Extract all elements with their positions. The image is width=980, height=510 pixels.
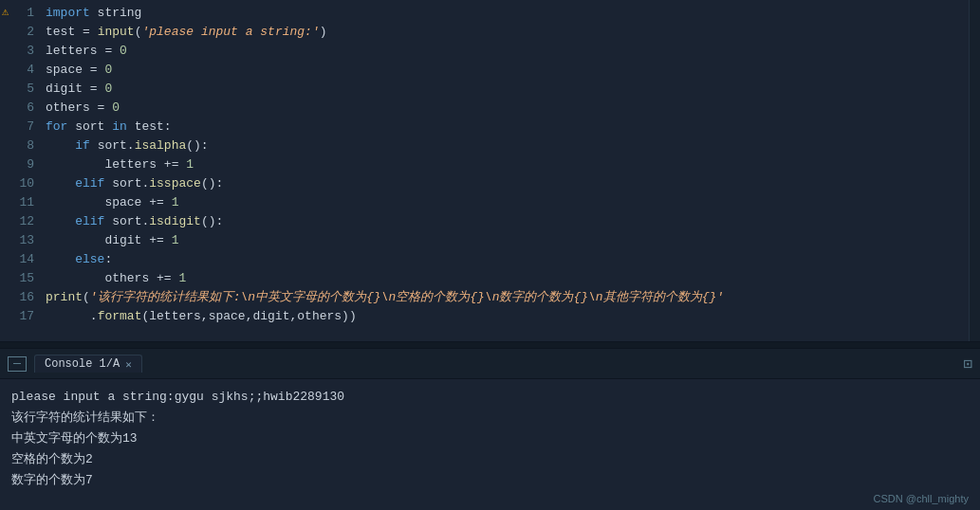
line-number: 5 bbox=[27, 80, 34, 99]
code-lines[interactable]: import stringtest = input('please input … bbox=[46, 0, 969, 341]
line-number: 9 bbox=[27, 155, 34, 174]
tab-close-button[interactable]: ✕ bbox=[125, 358, 132, 371]
code-line: space = 0 bbox=[46, 61, 969, 80]
code-line: digit = 0 bbox=[46, 80, 969, 99]
code-line: letters += 1 bbox=[46, 155, 969, 174]
code-line: digit += 1 bbox=[46, 231, 969, 250]
code-line: letters = 0 bbox=[46, 42, 969, 61]
console-output-line: 空格的个数为2 bbox=[11, 449, 969, 470]
code-editor: ⚠ 1234567891011121314151617 import strin… bbox=[0, 0, 980, 341]
console-output-line: 该行字符的统计结果如下： bbox=[11, 408, 969, 428]
console-output-line: 中英文字母的个数为13 bbox=[11, 428, 969, 449]
code-line: import string bbox=[46, 4, 969, 23]
code-line: others = 0 bbox=[46, 99, 969, 118]
line-number: 8 bbox=[27, 137, 34, 155]
console-icon bbox=[8, 356, 27, 372]
line-number: 10 bbox=[19, 174, 34, 193]
code-line: elif sort.isdigit(): bbox=[46, 212, 969, 231]
line-number: 17 bbox=[19, 307, 34, 326]
line-number: 14 bbox=[19, 250, 34, 269]
line-number: 4 bbox=[27, 61, 34, 80]
console-output: please input a string:gygu sjkhs;;hwib22… bbox=[0, 379, 980, 487]
watermark: CSDN @chll_mighty bbox=[874, 493, 969, 504]
console-output-line: 数字的个数为7 bbox=[11, 470, 969, 487]
code-line: for sort in test: bbox=[46, 118, 969, 137]
warning-icon: ⚠ bbox=[2, 5, 9, 19]
line-number: 6 bbox=[27, 99, 34, 118]
console-header: Console 1/A ✕ ⊡ bbox=[0, 349, 980, 379]
console-tab-label: Console 1/A bbox=[45, 357, 120, 371]
code-line: space += 1 bbox=[46, 193, 969, 212]
line-number: 13 bbox=[19, 231, 34, 250]
panel-divider bbox=[0, 341, 980, 349]
line-number: 7 bbox=[27, 118, 34, 137]
console-tab[interactable]: Console 1/A ✕ bbox=[34, 355, 142, 373]
code-line: elif sort.isspace(): bbox=[46, 174, 969, 193]
console-expand-button[interactable]: ⊡ bbox=[963, 355, 972, 373]
code-line: else: bbox=[46, 250, 969, 269]
code-line: if sort.isalpha(): bbox=[46, 137, 969, 155]
line-number: 15 bbox=[19, 269, 34, 288]
code-line: test = input('please input a string:') bbox=[46, 23, 969, 42]
line-numbers: 1234567891011121314151617 bbox=[0, 0, 46, 330]
line-number: 1 bbox=[27, 4, 34, 23]
console-output-line: please input a string:gygu sjkhs;;hwib22… bbox=[11, 387, 969, 408]
vertical-scrollbar[interactable] bbox=[969, 0, 980, 341]
line-number: 11 bbox=[19, 193, 34, 212]
code-line: print('该行字符的统计结果如下:\n中英文字母的个数为{}\n空格的个数为… bbox=[46, 288, 969, 307]
line-number: 3 bbox=[27, 42, 34, 61]
console-footer: CSDN @chll_mighty bbox=[0, 487, 980, 510]
console-panel: Console 1/A ✕ ⊡ please input a string:gy… bbox=[0, 349, 980, 510]
line-number: 16 bbox=[19, 288, 34, 307]
line-number: 12 bbox=[19, 212, 34, 231]
code-line: others += 1 bbox=[46, 269, 969, 288]
code-line: .format(letters,space,digit,others)) bbox=[46, 307, 969, 326]
line-number: 2 bbox=[27, 23, 34, 42]
